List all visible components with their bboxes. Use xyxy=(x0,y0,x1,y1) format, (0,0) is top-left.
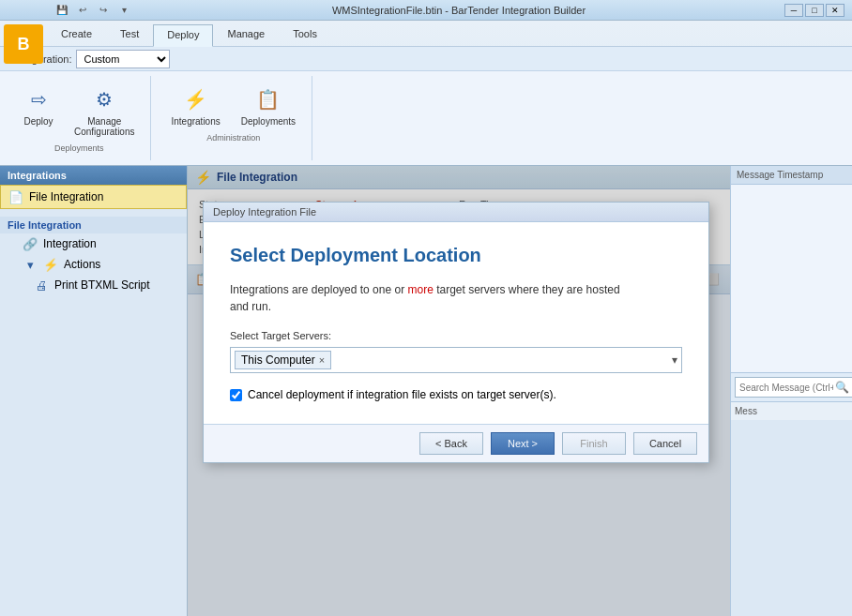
minimize-btn[interactable]: ─ xyxy=(784,4,803,17)
integrations-label: Integrations xyxy=(171,116,220,127)
dialog-heading: Select Deployment Location xyxy=(230,245,682,266)
print-btxml-icon: 🖨 xyxy=(34,278,49,293)
deployments-group-label: Deployments xyxy=(54,143,104,153)
dialog-footer: < Back Next > Finish Cancel xyxy=(204,424,708,462)
deployments-admin-icon: 📋 xyxy=(253,84,283,114)
bottom-message-col: Mess xyxy=(731,401,852,420)
ribbon-deployments-group: ⇨ Deploy ⚙ ManageConfigurations Deployme… xyxy=(8,76,151,160)
tab-deploy[interactable]: Deploy xyxy=(153,24,213,47)
integrations-btn[interactable]: ⚡ Integrations xyxy=(162,80,228,131)
ribbon-tab-bar: Create Test Deploy Manage Tools xyxy=(0,21,852,47)
finish-btn[interactable]: Finish xyxy=(562,432,626,455)
server-tag-label: This Computer xyxy=(241,353,315,367)
print-btxml-label: Print BTXML Script xyxy=(54,278,150,292)
manage-configs-label: ManageConfigurations xyxy=(74,116,134,137)
maximize-btn[interactable]: □ xyxy=(805,4,824,17)
integration-label: Integration xyxy=(43,237,97,250)
dialog-field-label: Select Target Servers: xyxy=(230,330,682,341)
window-controls: ─ □ ✕ xyxy=(784,4,844,17)
back-btn[interactable]: < Back xyxy=(419,432,483,455)
dialog-overlay: Deploy Integration File Select Deploymen… xyxy=(188,166,730,616)
actions-icon: ⚡ xyxy=(43,257,58,272)
window-title: WMSIntegrationFile.btin - BarTender Inte… xyxy=(133,5,784,16)
redo-btn[interactable]: ↪ xyxy=(94,3,113,18)
app-logo: B xyxy=(4,24,43,64)
main-content: ⚡ File Integration Status: Stopped Run T… xyxy=(188,166,730,616)
dialog-description: Integrations are deployed to one or more… xyxy=(230,281,682,315)
deploy-btn[interactable]: ⇨ Deploy xyxy=(15,80,62,142)
config-select[interactable]: Custom xyxy=(76,50,170,68)
dialog-content: Select Deployment Location Integrations … xyxy=(204,222,708,424)
cancel-deploy-checkbox[interactable] xyxy=(230,389,242,401)
bottom-search-input[interactable] xyxy=(739,383,833,393)
integrations-icon: ⚡ xyxy=(181,84,211,114)
config-row: Configuration: Custom xyxy=(0,47,852,71)
dialog-title-bar: Deploy Integration File xyxy=(204,203,708,222)
server-tag-remove[interactable]: × xyxy=(319,354,325,366)
sidebar-item-integration[interactable]: 🔗 Integration xyxy=(0,233,187,254)
ribbon-admin-group: ⚡ Integrations 📋 Deployments Administrat… xyxy=(155,76,312,160)
server-select-box[interactable]: This Computer × ▾ xyxy=(230,347,682,373)
tab-tools[interactable]: Tools xyxy=(279,23,331,46)
close-btn[interactable]: ✕ xyxy=(826,4,844,17)
deployments-admin-btn[interactable]: 📋 Deployments xyxy=(233,80,304,131)
manage-configs-btn[interactable]: ⚙ ManageConfigurations xyxy=(66,80,143,142)
deploy-label: Deploy xyxy=(23,116,53,127)
tab-create[interactable]: Create xyxy=(47,23,106,46)
save-quick-btn[interactable]: 💾 xyxy=(53,3,71,18)
admin-btns-row: ⚡ Integrations 📋 Deployments xyxy=(162,80,304,131)
file-integration-icon: 📄 xyxy=(8,189,23,204)
ribbon-content: ⇨ Deploy ⚙ ManageConfigurations Deployme… xyxy=(0,71,852,165)
actions-collapse-icon: ▾ xyxy=(23,257,38,272)
sidebar-item-actions[interactable]: ▾ ⚡ Actions xyxy=(0,254,187,275)
cancel-btn[interactable]: Cancel xyxy=(633,432,697,455)
deployments-admin-label: Deployments xyxy=(241,116,296,127)
ribbon-btns-row: ⇨ Deploy ⚙ ManageConfigurations xyxy=(15,80,143,142)
quick-access-arrow[interactable]: ▾ xyxy=(114,3,133,18)
integration-icon: 🔗 xyxy=(23,236,38,251)
undo-btn[interactable]: ↩ xyxy=(73,3,92,18)
deploy-icon: ⇨ xyxy=(23,84,53,114)
right-panel-timestamp-header: Message Timestamp xyxy=(731,166,852,185)
sidebar-item-file-integration[interactable]: 📄 File Integration xyxy=(0,185,187,209)
file-integration-sub-title: File Integration xyxy=(0,217,187,233)
bottom-search-box: 🔍 xyxy=(735,377,852,398)
manage-configs-icon: ⚙ xyxy=(89,84,119,114)
checkbox-label: Cancel deployment if integration file ex… xyxy=(248,388,556,401)
dialog-desc-part1: Integrations are deployed to one or xyxy=(230,283,407,296)
tab-test[interactable]: Test xyxy=(106,23,153,46)
ribbon: Create Test Deploy Manage Tools Configur… xyxy=(0,21,852,166)
title-bar: B 💾 ↩ ↪ ▾ WMSIntegrationFile.btin - BarT… xyxy=(0,0,852,21)
server-select-arrow[interactable]: ▾ xyxy=(672,353,677,367)
checkbox-row: Cancel deployment if integration file ex… xyxy=(230,388,682,401)
bottom-search-icon: 🔍 xyxy=(835,381,849,394)
main-area: Integrations 📄 File Integration File Int… xyxy=(0,166,852,616)
sidebar-item-print-btxml[interactable]: 🖨 Print BTXML Script xyxy=(0,275,187,295)
right-panel: Message Timestamp 🔍 Mess xyxy=(730,166,852,616)
sidebar-file-integration-label: File Integration xyxy=(29,190,103,203)
tab-manage[interactable]: Manage xyxy=(213,23,279,46)
left-sidebar: Integrations 📄 File Integration File Int… xyxy=(0,166,188,616)
actions-label: Actions xyxy=(64,258,100,271)
integrations-section-title: Integrations xyxy=(0,166,187,185)
quick-access-toolbar: B 💾 ↩ ↪ ▾ xyxy=(8,3,133,18)
next-btn[interactable]: Next > xyxy=(491,432,555,455)
server-tag-this-computer: This Computer × xyxy=(235,351,331,369)
admin-group-label: Administration xyxy=(206,133,260,143)
dialog-desc-highlight: more xyxy=(407,283,433,296)
dialog-deploy: Deploy Integration File Select Deploymen… xyxy=(203,202,709,463)
